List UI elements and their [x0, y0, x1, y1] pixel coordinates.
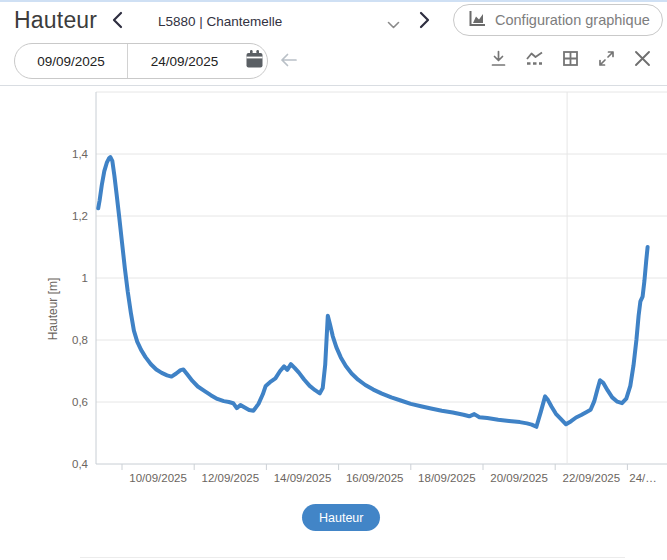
- next-station-button[interactable]: [412, 8, 438, 34]
- configuration-button[interactable]: Configuration graphique: [453, 4, 663, 36]
- expand-icon: [598, 50, 615, 70]
- configuration-button-label: Configuration graphique: [495, 12, 650, 28]
- y-axis-tick-label: 0,8: [72, 334, 88, 346]
- station-label: L5880 | Chantemelle: [158, 14, 282, 29]
- table-view-button[interactable]: [559, 49, 581, 71]
- download-button[interactable]: [487, 49, 509, 71]
- x-axis-tick-label: 10/09/2025: [129, 472, 187, 484]
- top-accent-bar: [0, 0, 667, 2]
- hauteur-line-chart[interactable]: 0,40,60,811,21,410/09/202512/09/202514/0…: [0, 85, 667, 500]
- fullscreen-button[interactable]: [595, 49, 617, 71]
- download-icon: [490, 50, 507, 70]
- date-to-input[interactable]: 24/09/2025: [128, 44, 241, 78]
- table-grid-icon: [562, 50, 579, 70]
- x-axis-tick-label: 20/09/2025: [490, 472, 548, 484]
- x-axis-tick-label: 24/…: [629, 472, 657, 484]
- y-axis-tick-label: 1,2: [72, 210, 88, 222]
- left-arrow-icon: [279, 56, 298, 71]
- chart-toolbar: [487, 49, 653, 71]
- back-arrow-button[interactable]: [276, 51, 300, 71]
- page-title: Hauteur: [14, 7, 97, 34]
- chevron-down-icon: [387, 16, 400, 34]
- x-axis-tick-label: 22/09/2025: [563, 472, 621, 484]
- calendar-icon: [244, 49, 265, 73]
- chart-type-icon: [525, 50, 544, 70]
- x-axis-tick-label: 18/09/2025: [418, 472, 476, 484]
- y-axis-title: Hauteur [m]: [46, 278, 60, 341]
- x-axis-tick-label: 14/09/2025: [274, 472, 332, 484]
- chart-type-button[interactable]: [523, 49, 545, 71]
- close-button[interactable]: [631, 49, 653, 71]
- y-axis-tick-label: 1,4: [72, 148, 89, 160]
- legend-hauteur-button[interactable]: Hauteur: [302, 504, 380, 531]
- x-axis-tick-label: 12/09/2025: [202, 472, 260, 484]
- prev-station-button[interactable]: [104, 8, 130, 34]
- date-range-picker: 09/09/2025 24/09/2025: [14, 43, 268, 79]
- bottom-divider: [80, 557, 625, 558]
- calendar-button[interactable]: [241, 44, 267, 78]
- chart-area[interactable]: 0,40,60,811,21,410/09/202512/09/202514/0…: [0, 85, 667, 500]
- date-from-input[interactable]: 09/09/2025: [15, 44, 128, 78]
- y-axis-tick-label: 0,6: [72, 396, 88, 408]
- chevron-right-icon: [418, 11, 432, 32]
- close-icon: [633, 49, 652, 71]
- chevron-left-icon: [110, 11, 124, 32]
- series-line-hauteur[interactable]: [98, 157, 647, 427]
- x-axis-tick-label: 16/09/2025: [346, 472, 404, 484]
- y-axis-tick-label: 1: [82, 272, 88, 284]
- station-selector[interactable]: L5880 | Chantemelle: [158, 10, 408, 32]
- chart-config-icon: [468, 10, 487, 30]
- app-root: Hauteur L5880 | Chantemelle Configuratio…: [0, 0, 667, 560]
- y-axis-tick-label: 0,4: [72, 458, 89, 470]
